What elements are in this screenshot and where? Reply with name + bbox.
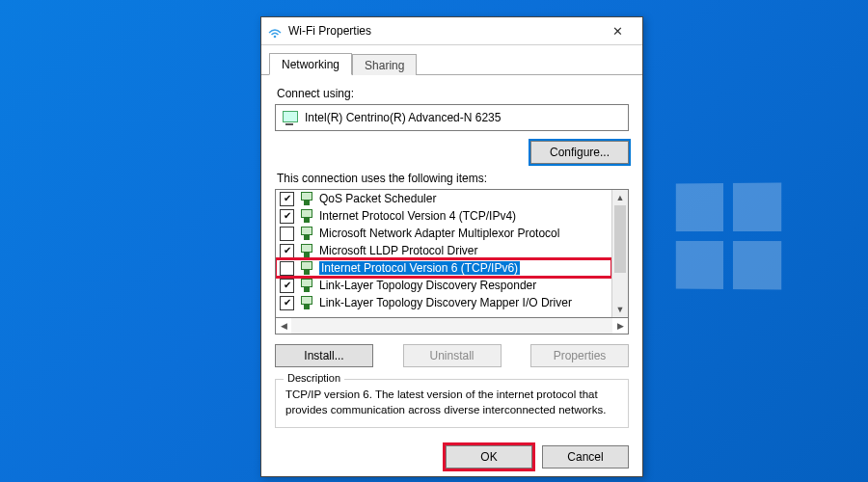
wifi-icon [267, 23, 283, 39]
adapter-icon [282, 110, 299, 125]
description-group: Description TCP/IP version 6. The latest… [275, 379, 629, 428]
connect-using-label: Connect using: [277, 87, 629, 100]
network-component-icon [299, 244, 314, 257]
list-item[interactable]: ✔Link-Layer Topology Discovery Responder [276, 277, 611, 294]
list-item-label: Link-Layer Topology Discovery Mapper I/O… [319, 296, 572, 309]
properties-button: Properties [530, 344, 629, 367]
network-component-icon [299, 192, 314, 205]
network-component-icon [299, 209, 314, 223]
items-listbox[interactable]: ✔QoS Packet Scheduler✔Internet Protocol … [275, 189, 629, 318]
windows-desktop-logo [676, 182, 781, 289]
checkbox[interactable]: ✔ [280, 296, 294, 310]
list-item-label: Microsoft Network Adapter Multiplexor Pr… [319, 227, 559, 240]
checkbox[interactable] [280, 227, 294, 241]
scroll-right-icon[interactable]: ▶ [612, 318, 628, 334]
list-item[interactable]: ✔Microsoft LLDP Protocol Driver [276, 242, 611, 259]
vertical-scrollbar[interactable]: ▲ ▼ [611, 190, 628, 317]
scroll-thumb[interactable] [614, 205, 626, 273]
network-component-icon [299, 296, 314, 309]
ok-button[interactable]: OK [446, 445, 532, 469]
wifi-properties-dialog: Wi-Fi Properties ✕ Networking Sharing Co… [260, 16, 643, 477]
horizontal-scrollbar[interactable]: ◀ ▶ [275, 318, 629, 335]
list-item-label: Internet Protocol Version 6 (TCP/IPv6) [319, 261, 520, 275]
adapter-field[interactable]: Intel(R) Centrino(R) Advanced-N 6235 [275, 104, 629, 131]
tab-bar: Networking Sharing [261, 49, 642, 75]
list-item-label: Link-Layer Topology Discovery Responder [319, 279, 536, 292]
adapter-name: Intel(R) Centrino(R) Advanced-N 6235 [305, 111, 501, 124]
checkbox[interactable]: ✔ [280, 244, 294, 258]
checkbox[interactable]: ✔ [280, 209, 294, 224]
list-item[interactable]: ✔Link-Layer Topology Discovery Mapper I/… [276, 294, 611, 311]
list-item-label: Microsoft LLDP Protocol Driver [319, 244, 478, 257]
tab-sharing[interactable]: Sharing [352, 54, 417, 75]
close-button[interactable]: ✕ [598, 19, 637, 42]
titlebar[interactable]: Wi-Fi Properties ✕ [261, 17, 642, 45]
checkbox[interactable] [280, 261, 294, 276]
scroll-up-icon[interactable]: ▲ [612, 190, 628, 205]
list-item-label: QoS Packet Scheduler [319, 192, 436, 205]
list-item[interactable]: Internet Protocol Version 6 (TCP/IPv6) [276, 259, 611, 277]
cancel-button[interactable]: Cancel [542, 445, 629, 469]
network-component-icon [299, 279, 314, 292]
window-title: Wi-Fi Properties [288, 24, 598, 38]
network-component-icon [299, 261, 314, 275]
uninstall-button: Uninstall [403, 344, 502, 367]
configure-button[interactable]: Configure... [530, 141, 629, 164]
install-button[interactable]: Install... [275, 344, 373, 367]
checkbox[interactable]: ✔ [280, 279, 294, 293]
tab-networking[interactable]: Networking [269, 53, 352, 75]
items-label: This connection uses the following items… [277, 172, 629, 185]
list-item-label: Internet Protocol Version 4 (TCP/IPv4) [319, 209, 516, 223]
description-title: Description [284, 372, 344, 384]
list-item[interactable]: Microsoft Network Adapter Multiplexor Pr… [276, 225, 611, 242]
checkbox[interactable]: ✔ [280, 192, 294, 206]
description-text: TCP/IP version 6. The latest version of … [285, 388, 618, 417]
scroll-down-icon[interactable]: ▼ [612, 302, 628, 317]
svg-point-0 [274, 36, 277, 39]
list-item[interactable]: ✔QoS Packet Scheduler [276, 190, 611, 207]
scroll-left-icon[interactable]: ◀ [276, 318, 291, 334]
list-item[interactable]: ✔Internet Protocol Version 4 (TCP/IPv4) [276, 207, 611, 225]
network-component-icon [299, 227, 314, 240]
